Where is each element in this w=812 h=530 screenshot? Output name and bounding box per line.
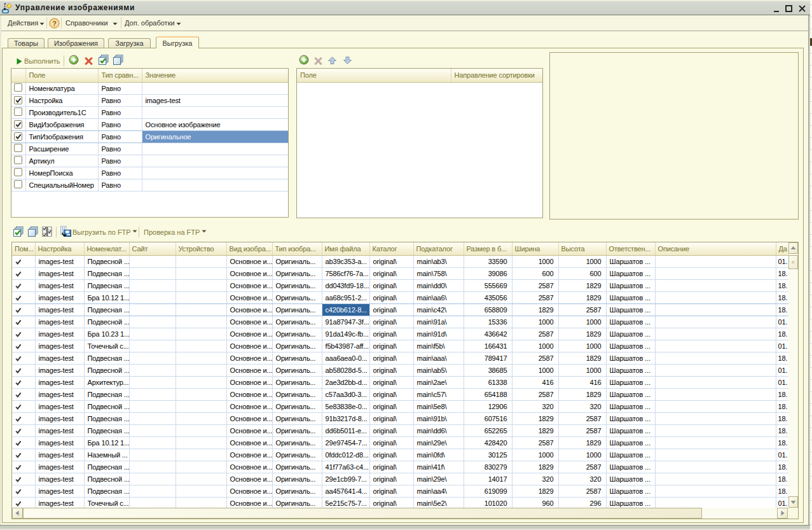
svg-text:?: ?	[52, 20, 57, 27]
